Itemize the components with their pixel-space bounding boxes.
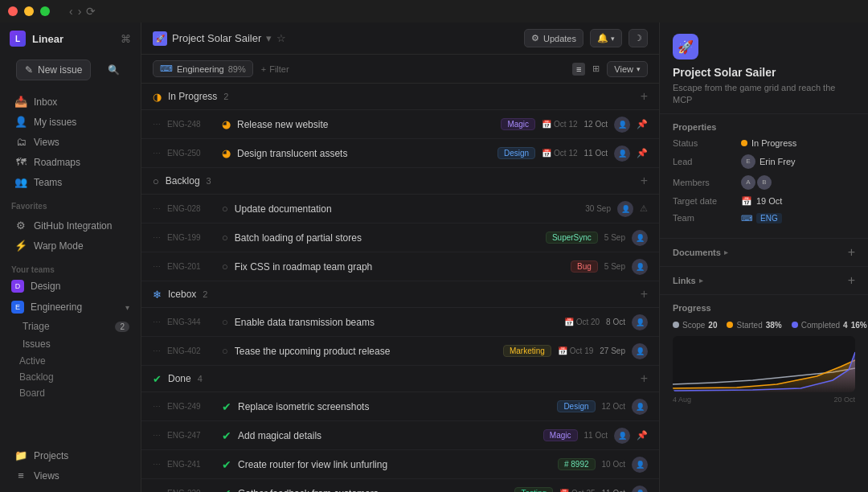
sidebar-item-warp[interactable]: ⚡ Warp Mode: [3, 236, 137, 256]
sidebar-item-views[interactable]: 🗂 Views: [3, 132, 137, 152]
add-backlog-button[interactable]: +: [641, 174, 648, 187]
target-date-value[interactable]: 📅 19 Oct: [741, 196, 782, 207]
drag-handle[interactable]: ⋯: [153, 460, 161, 469]
calendar-icon: 📅: [741, 196, 752, 207]
avatar: 👤: [632, 259, 648, 275]
add-link-button[interactable]: +: [848, 273, 855, 288]
forward-icon[interactable]: ›: [78, 5, 82, 18]
drag-handle[interactable]: ⋯: [153, 489, 161, 492]
issue-title[interactable]: Add magical details: [238, 430, 537, 441]
drag-handle[interactable]: ⋯: [153, 262, 161, 271]
issue-status-icon: ○: [222, 345, 228, 357]
drag-handle[interactable]: ⋯: [153, 204, 161, 213]
issue-label[interactable]: Marketing: [503, 345, 551, 357]
issue-label[interactable]: Magic: [543, 429, 578, 441]
sidebar-item-views-bottom[interactable]: ≡ Views: [3, 465, 137, 486]
grid-view-button[interactable]: ⊞: [588, 62, 604, 76]
issue-title[interactable]: Tease the upcoming product release: [235, 346, 497, 357]
close-dot[interactable]: [8, 6, 18, 16]
completed-count: 4: [843, 321, 848, 330]
favorite-icon[interactable]: ☆: [276, 32, 286, 44]
issue-title[interactable]: Update documentation: [235, 203, 579, 215]
issue-label[interactable]: Bug: [571, 260, 598, 273]
issue-title[interactable]: Create router for view link unfurling: [238, 459, 551, 470]
theme-toggle-button[interactable]: ☽: [628, 29, 648, 47]
issue-title[interactable]: Gather feedback from customers: [238, 488, 508, 493]
issue-id: ENG-248: [167, 120, 215, 129]
views-bottom-icon: ≡: [14, 469, 27, 482]
sidebar-item-github[interactable]: ⚙ GitHub Integration: [3, 215, 137, 236]
sidebar-item-inbox[interactable]: 📥 Inbox: [3, 92, 137, 112]
code-icon: ⌨: [160, 64, 173, 74]
drag-handle[interactable]: ⋯: [153, 431, 161, 440]
add-done-button[interactable]: +: [641, 372, 648, 385]
project-dropdown-icon[interactable]: ▾: [266, 32, 272, 44]
new-issue-button[interactable]: ✎ New issue: [16, 59, 91, 80]
list-view-button[interactable]: ≡: [572, 63, 585, 76]
updates-button[interactable]: ⚙ Updates: [524, 29, 583, 47]
sidebar-item-teams[interactable]: 👥 Teams: [3, 172, 137, 192]
issue-label[interactable]: # 8992: [558, 458, 596, 470]
engineering-filter[interactable]: ⌨ Engineering 89%: [153, 60, 253, 77]
completed-pct: 16%: [851, 321, 867, 330]
sidebar-item-active[interactable]: Active: [11, 353, 141, 369]
started-dot: [727, 322, 733, 328]
issue-title[interactable]: Replace isometric screenshots: [238, 401, 551, 412]
search-button[interactable]: 🔍: [104, 60, 123, 80]
issue-title[interactable]: Release new website: [237, 119, 494, 130]
team-value[interactable]: ⌨ ENG: [741, 213, 782, 223]
done-title: Done: [168, 373, 191, 384]
issue-id: ENG-028: [167, 204, 215, 213]
sidebar-item-triage[interactable]: Triage 2: [23, 318, 141, 335]
back-icon[interactable]: ‹: [69, 5, 73, 18]
sidebar-item-roadmaps[interactable]: 🗺 Roadmaps: [3, 152, 137, 172]
status-value[interactable]: In Progress: [741, 138, 796, 148]
sidebar-item-backlog[interactable]: Backlog: [11, 369, 141, 385]
add-icebox-button[interactable]: +: [641, 288, 648, 301]
issue-status-icon: ✔: [222, 400, 231, 413]
members-property: Members A B: [673, 175, 855, 190]
lead-key: Lead: [673, 157, 741, 166]
notifications-button[interactable]: 🔔 ▾: [590, 29, 622, 47]
issue-title[interactable]: Design translucent assets: [237, 148, 491, 159]
panel-project-desc: Escape from the game grid and reach the …: [673, 82, 855, 107]
add-filter-button[interactable]: + Filter: [261, 64, 289, 74]
issue-date: 📅Oct 20: [564, 318, 600, 326]
avatar: 👤: [632, 343, 648, 359]
minimize-dot[interactable]: [24, 6, 34, 16]
team-badge: ENG: [756, 213, 782, 223]
drag-handle[interactable]: ⋯: [153, 346, 161, 355]
sidebar-toggle-icon[interactable]: ⌘: [121, 33, 131, 45]
issue-label[interactable]: Magic: [501, 118, 535, 130]
issue-label[interactable]: SuperSync: [546, 232, 598, 244]
drag-handle[interactable]: ⋯: [153, 318, 161, 326]
issue-title[interactable]: Fix CSS in roadmap team graph: [235, 261, 564, 273]
sidebar-item-my-issues[interactable]: 👤 My issues: [3, 112, 137, 132]
issue-title[interactable]: Enable data transmission beams: [235, 317, 558, 328]
drag-handle[interactable]: ⋯: [153, 402, 161, 411]
view-button[interactable]: View ▾: [607, 61, 648, 77]
lead-value[interactable]: E Erin Frey: [741, 154, 796, 169]
history-icon[interactable]: ⟳: [86, 5, 96, 18]
issue-label[interactable]: Design: [557, 400, 595, 412]
add-in-progress-button[interactable]: +: [641, 90, 648, 103]
sidebar-item-design[interactable]: D Design: [0, 276, 141, 297]
sidebar-item-board[interactable]: Board: [11, 385, 141, 401]
pin-icon: 📌: [637, 119, 648, 129]
maximize-dot[interactable]: [40, 6, 50, 16]
drag-handle[interactable]: ⋯: [153, 149, 161, 158]
moon-icon: ☽: [634, 33, 642, 43]
issue-label[interactable]: Testing: [514, 487, 553, 492]
sidebar-item-engineering[interactable]: E Engineering ▾: [0, 297, 141, 318]
links-chevron: ▸: [699, 277, 703, 285]
add-document-button[interactable]: +: [848, 245, 855, 260]
table-row: ⋯ ENG-247 ✔ Add magical details Magic 11…: [141, 421, 659, 450]
sidebar-item-projects[interactable]: 📁 Projects: [3, 445, 137, 465]
drag-handle[interactable]: ⋯: [153, 120, 161, 129]
drag-handle[interactable]: ⋯: [153, 233, 161, 242]
sidebar-item-issues[interactable]: Issues: [23, 335, 141, 353]
pencil-icon: ✎: [25, 64, 33, 76]
members-value[interactable]: A B: [741, 175, 772, 190]
issue-label[interactable]: Design: [497, 147, 535, 159]
issue-title[interactable]: Batch loading of partial stores: [235, 232, 539, 244]
